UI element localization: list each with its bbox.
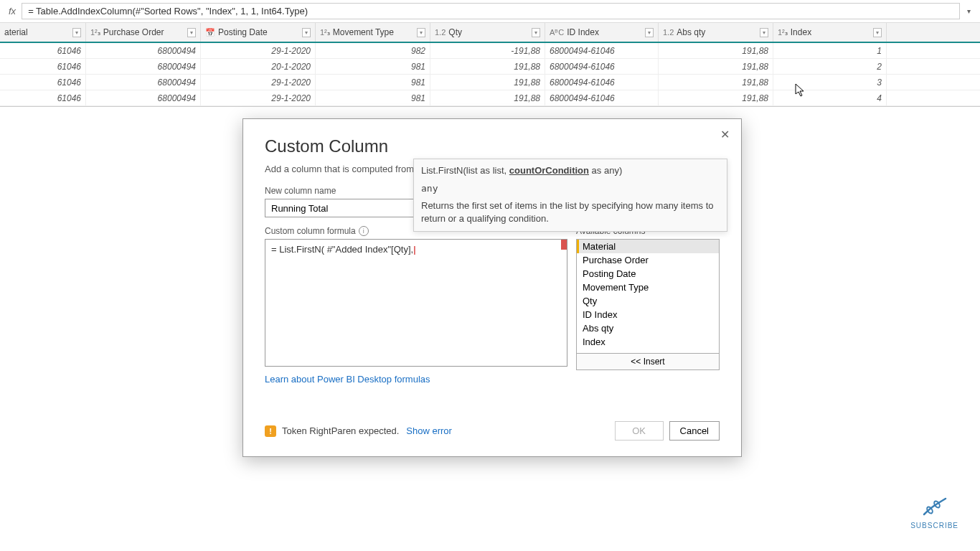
show-error-link[interactable]: Show error bbox=[406, 425, 452, 436]
error-message: Token RightParen expected. bbox=[282, 425, 399, 436]
list-item[interactable]: ID Index bbox=[577, 308, 719, 321]
learn-formulas-link[interactable]: Learn about Power BI Desktop formulas bbox=[265, 374, 430, 385]
warning-icon: ! bbox=[265, 425, 276, 437]
info-icon[interactable]: i bbox=[359, 226, 369, 236]
cancel-button[interactable]: Cancel bbox=[669, 421, 720, 441]
list-item[interactable]: Movement Type bbox=[577, 281, 719, 294]
ok-button[interactable]: OK bbox=[615, 421, 664, 441]
list-item[interactable]: Material bbox=[577, 240, 719, 253]
error-marker bbox=[561, 240, 567, 250]
list-item[interactable]: Index bbox=[577, 335, 719, 349]
dialog-title: Custom Column bbox=[265, 136, 720, 156]
tooltip-description: Returns the first set of items in the li… bbox=[421, 199, 720, 225]
list-item[interactable]: Purchase Order bbox=[577, 253, 719, 267]
tooltip-signature: List.FirstN(list as list, countOrConditi… bbox=[421, 165, 720, 176]
formula-editor[interactable]: = List.FirstN( #"Added Index"[Qty],| bbox=[265, 239, 567, 367]
available-columns-list[interactable]: MaterialPurchase OrderPosting DateMoveme… bbox=[576, 239, 720, 354]
list-item[interactable]: Abs qty bbox=[577, 321, 719, 335]
intellisense-tooltip: List.FirstN(list as list, countOrConditi… bbox=[413, 159, 727, 232]
close-icon[interactable]: ✕ bbox=[715, 125, 735, 144]
dialog-backdrop: ✕ Custom Column Add a column that is com… bbox=[0, 0, 980, 551]
custom-formula-label: Custom column formula bbox=[265, 226, 356, 236]
tooltip-return: any bbox=[421, 183, 720, 194]
formula-text: = List.FirstN( #"Added Index"[Qty], bbox=[271, 244, 413, 255]
subscribe-watermark: SUBSCRIBE bbox=[910, 496, 958, 529]
list-item[interactable]: Posting Date bbox=[577, 267, 719, 281]
list-item[interactable]: Qty bbox=[577, 294, 719, 308]
insert-button[interactable]: << Insert bbox=[576, 354, 720, 370]
